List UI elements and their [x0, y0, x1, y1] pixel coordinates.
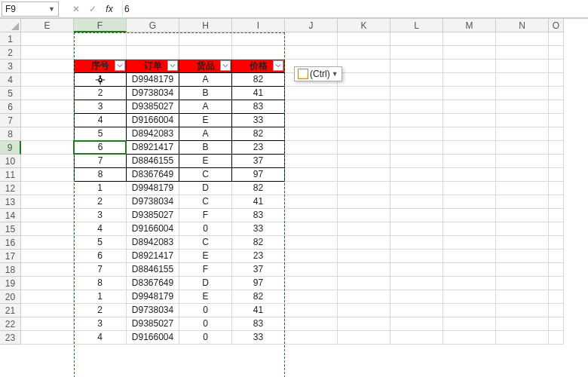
row-header[interactable]: 1 — [0, 32, 21, 46]
cell[interactable] — [74, 46, 127, 60]
cell[interactable]: A — [179, 127, 232, 141]
cell[interactable]: 83 — [232, 209, 285, 222]
cell[interactable] — [443, 141, 496, 155]
cell[interactable] — [443, 277, 496, 290]
cell[interactable]: 6 — [74, 250, 127, 263]
cell[interactable] — [390, 60, 443, 73]
cell[interactable] — [390, 155, 443, 168]
cell[interactable]: 3 — [74, 209, 127, 222]
cell[interactable]: 23 — [232, 250, 285, 263]
column-header[interactable]: I — [232, 19, 285, 32]
cell[interactable] — [338, 32, 390, 46]
row-header[interactable]: 23 — [0, 331, 21, 345]
cell[interactable] — [127, 46, 179, 60]
cell[interactable] — [285, 127, 338, 141]
cell[interactable]: 价格 — [232, 60, 285, 73]
cell[interactable] — [338, 114, 390, 127]
cell[interactable]: D — [179, 277, 232, 290]
cell[interactable] — [549, 168, 564, 182]
cell[interactable] — [21, 263, 74, 277]
cell[interactable]: 8 — [74, 277, 127, 290]
cell[interactable]: 82 — [232, 127, 285, 141]
name-box[interactable]: F9 ▼ — [2, 2, 59, 17]
cell[interactable]: 0 — [179, 304, 232, 317]
cell[interactable]: 3 — [74, 100, 127, 114]
accept-button[interactable]: ✓ — [84, 4, 101, 14]
cell[interactable] — [443, 222, 496, 236]
cell[interactable] — [549, 317, 564, 331]
cell[interactable] — [443, 209, 496, 222]
cell[interactable] — [443, 32, 496, 46]
cell[interactable] — [338, 100, 390, 114]
filter-icon[interactable] — [115, 60, 125, 71]
cell[interactable] — [496, 155, 549, 168]
cell[interactable] — [285, 141, 338, 155]
cell[interactable]: D8942083 — [127, 127, 179, 141]
cell[interactable] — [549, 304, 564, 317]
cell[interactable]: D9385027 — [127, 100, 179, 114]
cell[interactable] — [496, 46, 549, 60]
row-header[interactable]: 16 — [0, 236, 21, 250]
cell[interactable] — [338, 236, 390, 250]
cell[interactable] — [549, 263, 564, 277]
cell[interactable]: D8367649 — [127, 168, 179, 182]
column-header[interactable]: G — [127, 19, 179, 32]
cell[interactable] — [285, 168, 338, 182]
cell[interactable]: 8 — [74, 168, 127, 182]
cell[interactable] — [338, 127, 390, 141]
cancel-button[interactable]: ✕ — [68, 4, 84, 14]
cell[interactable] — [549, 155, 564, 168]
cell[interactable]: 1 — [74, 73, 127, 87]
cell[interactable] — [338, 304, 390, 317]
row-header[interactable]: 17 — [0, 250, 21, 263]
name-box-dropdown-icon[interactable]: ▼ — [48, 5, 55, 13]
row-header[interactable]: 20 — [0, 290, 21, 304]
cell[interactable]: 37 — [232, 263, 285, 277]
cell[interactable] — [443, 168, 496, 182]
cell[interactable]: B — [179, 87, 232, 100]
cell[interactable] — [21, 195, 74, 209]
cell[interactable] — [496, 32, 549, 46]
cell[interactable]: 82 — [232, 182, 285, 195]
cell[interactable] — [390, 168, 443, 182]
cell[interactable] — [443, 317, 496, 331]
cell[interactable]: 7 — [74, 263, 127, 277]
row-header[interactable]: 12 — [0, 182, 21, 195]
cell[interactable] — [338, 195, 390, 209]
cell[interactable] — [338, 290, 390, 304]
cell[interactable] — [21, 250, 74, 263]
cell[interactable] — [338, 87, 390, 100]
cell[interactable] — [496, 182, 549, 195]
cell[interactable]: 82 — [232, 236, 285, 250]
cell[interactable]: F — [179, 209, 232, 222]
cell[interactable] — [285, 87, 338, 100]
row-header[interactable]: 13 — [0, 195, 21, 209]
cell[interactable]: 订单 — [127, 60, 179, 73]
cell[interactable] — [390, 182, 443, 195]
cell[interactable]: D8846155 — [127, 155, 179, 168]
cell[interactable]: 37 — [232, 155, 285, 168]
cell[interactable] — [21, 141, 74, 155]
cell[interactable] — [21, 331, 74, 345]
cell[interactable] — [285, 195, 338, 209]
cell[interactable]: D9166004 — [127, 331, 179, 345]
cell[interactable]: D9948179 — [127, 290, 179, 304]
cell[interactable] — [21, 46, 74, 60]
cell[interactable] — [390, 127, 443, 141]
cell[interactable] — [496, 263, 549, 277]
row-header[interactable]: 4 — [0, 73, 21, 87]
cell[interactable] — [443, 250, 496, 263]
cell[interactable] — [285, 114, 338, 127]
cell[interactable] — [338, 73, 390, 87]
cell[interactable] — [21, 182, 74, 195]
cell[interactable] — [285, 277, 338, 290]
cell[interactable] — [549, 277, 564, 290]
cell[interactable] — [443, 46, 496, 60]
cell[interactable] — [21, 100, 74, 114]
row-header[interactable]: 7 — [0, 114, 21, 127]
cell[interactable]: D8846155 — [127, 263, 179, 277]
filter-icon[interactable] — [273, 60, 283, 71]
cell[interactable]: D9948179 — [127, 73, 179, 87]
cell[interactable]: 33 — [232, 114, 285, 127]
cell[interactable] — [549, 290, 564, 304]
